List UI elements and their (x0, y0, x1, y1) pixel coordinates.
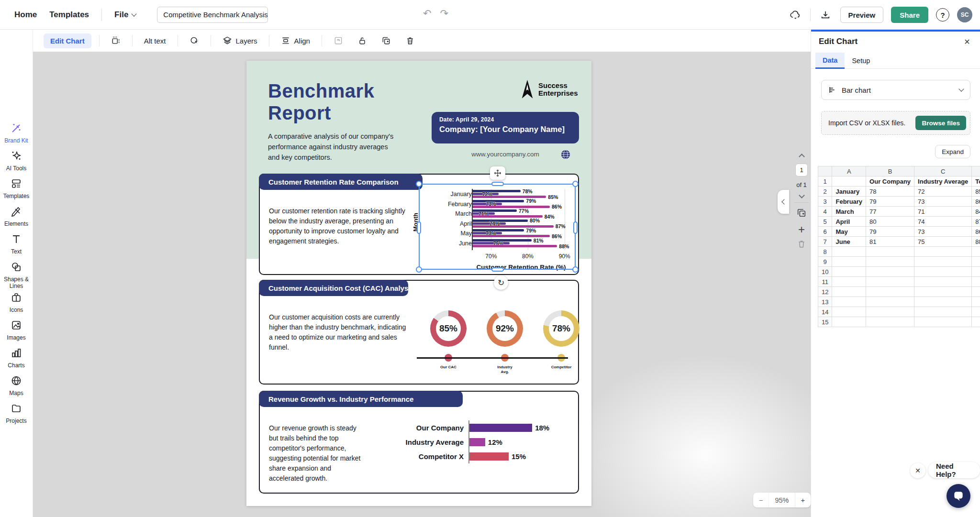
company-info-box[interactable]: Date: April 29, 2024 Company: [Your Comp… (432, 112, 579, 143)
section-revenue-body[interactable]: Our revenue growth is steady but trails … (269, 423, 365, 484)
alt-text-button[interactable]: Alt text (140, 34, 170, 48)
sheet-cell[interactable] (914, 287, 972, 297)
sheet-cell[interactable] (832, 307, 866, 317)
sheet-cell[interactable] (866, 247, 914, 257)
row-number[interactable]: 4 (818, 207, 832, 217)
redo-icon[interactable]: ↷ (440, 8, 449, 19)
sheet-cell[interactable] (972, 297, 980, 307)
duplicate-icon[interactable] (378, 33, 395, 48)
sheet-cell[interactable]: 77 (866, 207, 914, 217)
sheet-cell[interactable]: 73 (914, 227, 972, 237)
zoom-in-button[interactable]: + (795, 493, 811, 507)
sheet-cell[interactable] (972, 257, 980, 267)
column-letter[interactable]: B (866, 166, 914, 176)
sheet-cell[interactable] (866, 277, 914, 287)
sidebar-item-images[interactable]: Images (0, 318, 33, 345)
document-title-input[interactable]: Competitive Benchmark Analysis ... (157, 7, 268, 23)
sheet-cell[interactable]: 85 (972, 187, 980, 197)
edit-chart-button[interactable]: Edit Chart (44, 33, 91, 48)
preview-button[interactable]: Preview (840, 7, 884, 23)
sheet-cell[interactable]: 75 (914, 237, 972, 247)
sheet-cell[interactable]: 88 (972, 237, 980, 247)
sheet-cell[interactable]: May (832, 227, 866, 237)
row-number[interactable]: 11 (818, 277, 832, 287)
sheet-cell[interactable] (866, 307, 914, 317)
row-number[interactable]: 2 (818, 187, 832, 197)
sidebar-item-projects[interactable]: Projects (0, 401, 33, 429)
sheet-cell[interactable] (972, 307, 980, 317)
sheet-cell[interactable] (866, 317, 914, 327)
sidebar-item-text[interactable]: Text (0, 231, 33, 259)
tab-setup[interactable]: Setup (845, 53, 877, 69)
revenue-bar-chart[interactable]: Our Company18%Industry Average12%Competi… (379, 420, 571, 463)
column-letter[interactable]: A (832, 166, 866, 176)
sheet-cell[interactable] (914, 307, 972, 317)
sheet-cell[interactable] (832, 317, 866, 327)
row-number[interactable]: 7 (818, 237, 832, 247)
sheet-cell[interactable]: January (832, 187, 866, 197)
sidebar-item-maps[interactable]: Maps (0, 373, 33, 401)
sheet-cell[interactable] (914, 297, 972, 307)
zoom-out-button[interactable]: − (753, 493, 768, 507)
sheet-cell[interactable]: 80 (866, 217, 914, 227)
sheet-cell[interactable] (972, 247, 980, 257)
sheet-cell[interactable] (972, 287, 980, 297)
sheet-cell[interactable] (972, 277, 980, 287)
sidebar-item-elements[interactable]: Elements (0, 204, 33, 231)
sheet-cell[interactable]: Industry Average (914, 176, 972, 187)
row-number[interactable]: 12 (818, 287, 832, 297)
add-page-icon[interactable]: + (798, 225, 805, 234)
home-link[interactable]: Home (14, 10, 37, 20)
sheet-cell[interactable] (914, 277, 972, 287)
sheet-cell[interactable]: 79 (866, 227, 914, 237)
resize-handle-w[interactable] (417, 221, 421, 234)
help-icon[interactable]: ? (936, 8, 949, 22)
sheet-cell[interactable] (832, 277, 866, 287)
page-number-box[interactable]: 1 (795, 164, 808, 176)
data-spreadsheet[interactable]: ABCD1Our CompanyIndustry AverageTop Comp… (818, 166, 980, 327)
animate-icon[interactable] (186, 33, 203, 48)
sheet-cell[interactable]: June (832, 237, 866, 247)
sheet-cell[interactable]: 72 (914, 187, 972, 197)
sheet-cell[interactable] (866, 287, 914, 297)
report-subtitle[interactable]: A comparative analysis of our company's … (268, 132, 398, 163)
row-number[interactable]: 6 (818, 227, 832, 237)
row-number[interactable]: 10 (818, 267, 832, 277)
sheet-cell[interactable]: 84 (972, 207, 980, 217)
sheet-cell[interactable] (972, 267, 980, 277)
sheet-cell[interactable]: March (832, 207, 866, 217)
sheet-cell[interactable]: 86 (972, 227, 980, 237)
sheet-cell[interactable]: Our Company (866, 176, 914, 187)
chat-widget-button[interactable] (947, 484, 970, 508)
sheet-cell[interactable] (832, 297, 866, 307)
drag-handle-icon[interactable] (490, 166, 505, 180)
dismiss-help-icon[interactable]: ✕ (910, 463, 925, 478)
document-page[interactable]: Benchmark Report A comparative analysis … (246, 61, 591, 506)
share-button[interactable]: Share (891, 7, 928, 23)
sidebar-item-charts[interactable]: Charts (0, 345, 33, 373)
sheet-cell[interactable] (914, 257, 972, 267)
undo-icon[interactable]: ↶ (423, 8, 432, 19)
section-cac[interactable]: Customer Acquisition Cost (CAC) Analysis… (259, 280, 579, 385)
resize-icon[interactable] (107, 33, 124, 48)
expand-button[interactable]: Expand (935, 145, 970, 158)
report-title[interactable]: Benchmark Report (268, 80, 392, 124)
sheet-cell[interactable] (832, 247, 866, 257)
sheet-cell[interactable] (832, 176, 866, 187)
design-canvas[interactable]: Benchmark Report A comparative analysis … (33, 52, 811, 517)
row-number[interactable]: 15 (818, 317, 832, 327)
need-help-button[interactable]: Need Help? (928, 462, 980, 478)
resize-handle-se[interactable] (572, 266, 579, 273)
resize-handle-s[interactable] (491, 267, 504, 272)
align-button[interactable]: Align (277, 33, 314, 48)
sheet-cell[interactable] (914, 267, 972, 277)
sheet-cell[interactable]: 87 (972, 217, 980, 227)
rotate-handle-icon[interactable]: ↻ (494, 275, 508, 290)
sidebar-item-brand-kit[interactable]: Brand Kit (0, 121, 33, 148)
sheet-cell[interactable]: 81 (866, 237, 914, 247)
sheet-cell[interactable] (866, 257, 914, 267)
templates-link[interactable]: Templates (49, 10, 89, 20)
collapse-panel-handle[interactable] (778, 190, 789, 214)
delete-icon[interactable] (401, 33, 419, 48)
sheet-cell[interactable]: 86 (972, 197, 980, 207)
